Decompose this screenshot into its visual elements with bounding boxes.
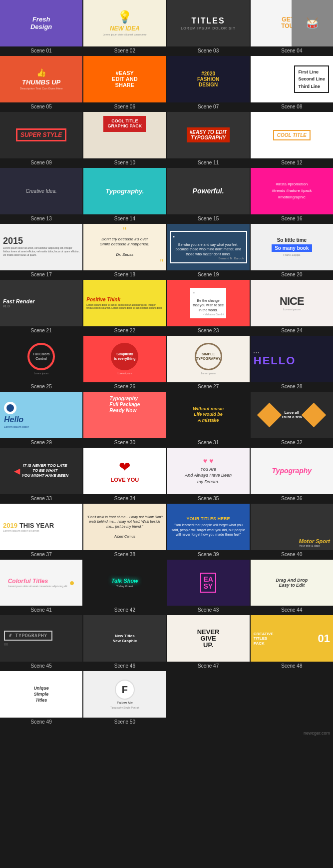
scene-item-09[interactable]: SUPER STYLE Scene 09 bbox=[0, 112, 82, 167]
scene-49-text: UniqueSimpleTitles bbox=[33, 686, 49, 703]
scene-21-sub: v1.0 bbox=[3, 304, 9, 308]
scene-item-48[interactable]: CREATIVETITLESPACK 01 Scene 48 bbox=[251, 615, 333, 670]
scene-item-19[interactable]: " Be who you are and say what you feel, … bbox=[167, 224, 250, 279]
scene-item-45[interactable]: # TYPOGRAPHY ## Scene 45 bbox=[0, 615, 82, 670]
scene-28-dots: • • • bbox=[254, 351, 259, 354]
scene-item-10[interactable]: COOL TITLEGRAPHIC PACK Scene 10 bbox=[83, 112, 166, 167]
scene-item-27[interactable]: SIMPLETYPOGRAPHY Lorem ipsum Scene 27 bbox=[167, 336, 250, 391]
scene-42-text: Talk Show bbox=[111, 578, 138, 584]
scene-21-label: Scene 21 bbox=[0, 326, 82, 335]
scene-32-text: Love allTrust a few bbox=[281, 410, 302, 420]
scene-49-label: Scene 49 bbox=[0, 718, 82, 726]
scene-item-28[interactable]: • • • HELLO Scene 28 bbox=[251, 336, 333, 391]
scene-41-content: Colorful Titles Lorem ipsum dolor sit am… bbox=[8, 578, 67, 588]
scene-item-42[interactable]: Talk Show Today Guest Scene 42 bbox=[83, 560, 166, 615]
scene-05-text: THUMBS UP bbox=[22, 78, 60, 86]
scene-item-06[interactable]: #EASYEDIT ANDSHARE Scene 06 bbox=[83, 56, 166, 111]
scene-02-sub: Lorem ipsum dolor sit amet consectetur bbox=[103, 33, 147, 36]
scene-02-bulb: 💡 bbox=[117, 10, 132, 24]
scene-07-text: #2020FASHIONDESIGN bbox=[197, 71, 219, 87]
scene-item-08[interactable]: First LineSecond LineThird Line Scene 08 bbox=[251, 56, 333, 111]
scene-50-text: Follow Me bbox=[117, 701, 133, 705]
scene-item-40[interactable]: Motor Sport Your title & date Scene 40 bbox=[251, 504, 333, 559]
scene-item-23[interactable]: " Be the changethat you wish to seein th… bbox=[167, 280, 250, 335]
scene-24-label: Scene 24 bbox=[251, 326, 333, 335]
scene-item-16[interactable]: #insta #promotion#trends #nature #pack#m… bbox=[251, 168, 333, 223]
scene-item-49[interactable]: UniqueSimpleTitles Scene 49 bbox=[0, 671, 82, 726]
scene-item-11[interactable]: #EASY TO EDITTYPOGRAPHY Scene 11 bbox=[167, 112, 250, 167]
scene-item-44[interactable]: Drag And DropEasy to Edit Scene 44 bbox=[251, 560, 333, 615]
scene-22-body: Lorem ipsum dolor sit amet, consectetur … bbox=[86, 303, 163, 309]
scene-03-text: TITLES bbox=[192, 16, 225, 25]
scene-item-22[interactable]: Positive Think Lorem ipsum dolor sit ame… bbox=[83, 280, 166, 335]
scene-item-47[interactable]: NEVERGIVEUP. Scene 47 bbox=[167, 615, 250, 670]
scene-48-label: Scene 48 bbox=[251, 662, 333, 670]
scene-item-21[interactable]: Fast Render v1.0 Scene 21 bbox=[0, 280, 82, 335]
scene-item-38[interactable]: "Don't walk in front of me... I may not … bbox=[83, 504, 166, 559]
scene-02-text: NEW IDEA bbox=[110, 25, 140, 32]
scene-05-label: Scene 05 bbox=[0, 102, 82, 111]
scene-item-12[interactable]: COOL TITLE Scene 12 bbox=[251, 112, 333, 167]
scene-item-29[interactable]: Hello Lorem ipsum dolor Scene 29 bbox=[0, 392, 82, 447]
scene-30-label: Scene 30 bbox=[83, 438, 166, 447]
scene-item-05[interactable]: 👍 THUMBS UP Description Text Can Goes He… bbox=[0, 56, 82, 111]
scene-item-03[interactable]: TITLES LOREM IPSUM DOLOR SIT Scene 03 bbox=[167, 0, 250, 55]
scene-34-text: LOVE YOU bbox=[111, 477, 139, 483]
scene-35-text: You AreAnd Always Have Beenmy Dream. bbox=[185, 466, 232, 485]
scene-item-33[interactable]: ◀ IT IS NEVER TOO LATETO BE WHATYOU MIGH… bbox=[0, 448, 82, 503]
scene-12-label: Scene 12 bbox=[251, 158, 333, 167]
scene-50-sub: Tipography Single Portrait bbox=[110, 706, 139, 709]
scene-11-banner: #EASY TO EDITTYPOGRAPHY bbox=[187, 127, 230, 142]
scene-item-34[interactable]: ❤ LOVE YOU Scene 34 bbox=[83, 448, 166, 503]
scene-item-43[interactable]: EASY Scene 43 bbox=[167, 560, 250, 615]
scene-19-label: Scene 19 bbox=[167, 270, 250, 279]
scene-34-label: Scene 34 bbox=[83, 494, 166, 503]
scene-48-content: CREATIVETITLESPACK bbox=[254, 632, 274, 646]
scene-item-14[interactable]: Typography. Scene 14 bbox=[83, 168, 166, 223]
scene-23-label: Scene 23 bbox=[167, 326, 250, 335]
scenes-grid: FreshDesign Scene 01 💡 NEW IDEA Lorem ip… bbox=[0, 0, 333, 726]
scene-item-41[interactable]: Colorful Titles Lorem ipsum dolor sit am… bbox=[0, 560, 82, 615]
scene-37-label: Scene 37 bbox=[0, 550, 82, 559]
scene-11-label: Scene 11 bbox=[167, 158, 250, 167]
scene-item-13[interactable]: Creative Idea. Scene 13 bbox=[0, 168, 82, 223]
scene-18-text: Don't cry because it's overSmile because… bbox=[100, 237, 150, 258]
scene-item-36[interactable]: Typography Scene 36 bbox=[251, 448, 333, 503]
scene-item-32[interactable]: Love allTrust a few Scene 32 bbox=[251, 392, 333, 447]
scene-40-text: Motor Sport bbox=[299, 538, 330, 544]
scene-item-31[interactable]: Without musicLife would beA mistake Scen… bbox=[167, 392, 250, 447]
scene-48-text: CREATIVETITLESPACK bbox=[254, 632, 274, 646]
scene-item-01[interactable]: FreshDesign Scene 01 bbox=[0, 0, 82, 55]
scene-28-text: HELLO bbox=[254, 354, 296, 367]
watermark-bar: newcger.com bbox=[0, 726, 333, 738]
scene-05-sub: Description Text Can Goes Here bbox=[20, 87, 63, 90]
scene-item-18[interactable]: " Don't cry because it's overSmile becau… bbox=[83, 224, 166, 279]
scene-item-26[interactable]: Simplicityis everything Lorem ipsum Scen… bbox=[83, 336, 166, 391]
scene-item-46[interactable]: New TitlesNew Graphic Scene 46 bbox=[83, 615, 166, 670]
scene-item-50[interactable]: F Follow Me Tipography Single Portrait S… bbox=[83, 671, 166, 726]
scene-item-07[interactable]: #2020FASHIONDESIGN Scene 07 bbox=[167, 56, 250, 111]
scene-item-04[interactable]: 🥁 GET INTOUCH Scene 04 bbox=[251, 0, 333, 55]
scene-item-24[interactable]: NICE Lorem ipsum Scene 24 bbox=[251, 280, 333, 335]
scene-43-text: EASY bbox=[203, 576, 213, 590]
scene-41-label: Scene 41 bbox=[0, 606, 82, 614]
scene-item-25[interactable]: Full ColorsControl Lorem ipsum Scene 25 bbox=[0, 336, 82, 391]
scene-item-15[interactable]: Powerful. Scene 15 bbox=[167, 168, 250, 223]
scene-item-30[interactable]: TypographyFull PackageReady Now Scene 30 bbox=[83, 392, 166, 447]
scene-07-label: Scene 07 bbox=[167, 102, 250, 111]
scene-item-17[interactable]: 2015 Lorem ipsum dolor sit amet, consect… bbox=[0, 224, 82, 279]
scene-44-label: Scene 44 bbox=[251, 606, 333, 614]
scene-item-37[interactable]: 2019 THIS YEAR Lorem ipsum dolor sit ame… bbox=[0, 504, 82, 559]
scene-22-label: Scene 22 bbox=[83, 326, 166, 335]
scene-19-text: Be who you are and say what you feel, be… bbox=[173, 242, 244, 257]
scene-31-text: Without musicLife would beA mistake bbox=[193, 406, 224, 424]
scene-37-title-row: 2019 THIS YEAR bbox=[3, 522, 54, 529]
scene-08-label: Scene 08 bbox=[251, 102, 333, 111]
scene-item-39[interactable]: YOUR TITLES HERE "You learned that peopl… bbox=[167, 504, 250, 559]
scene-item-35[interactable]: ♥ ♥ You AreAnd Always Have Beenmy Dream.… bbox=[167, 448, 250, 503]
scene-15-text: Powerful. bbox=[193, 187, 224, 195]
scene-item-02[interactable]: 💡 NEW IDEA Lorem ipsum dolor sit amet co… bbox=[83, 0, 166, 55]
scene-item-20[interactable]: So little time So many book Frank Zappa … bbox=[251, 224, 333, 279]
scene-38-label: Scene 38 bbox=[83, 550, 166, 559]
scene-37-text: THIS YEAR bbox=[19, 522, 54, 529]
